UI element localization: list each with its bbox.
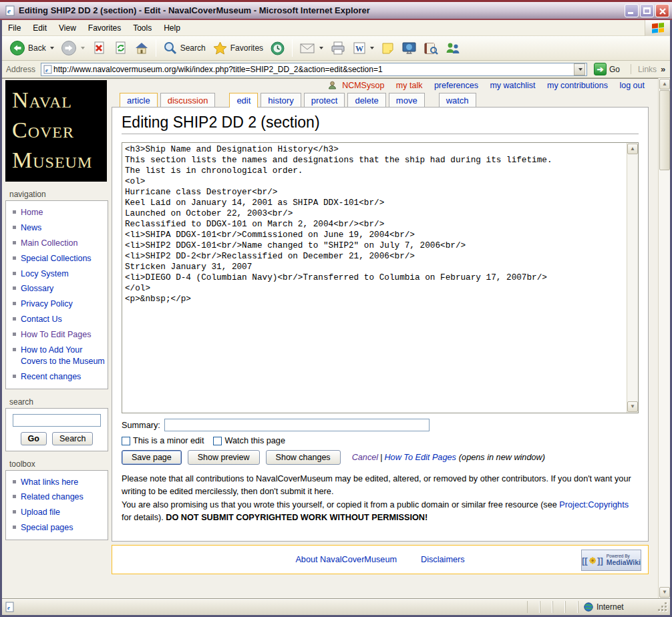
sidebar-link-special-collections[interactable]: Special Collections xyxy=(21,253,92,264)
sidebar-item-privacy-policy[interactable]: Privacy Policy xyxy=(9,296,105,312)
cancel-link[interactable]: Cancel xyxy=(352,453,379,462)
powered-by-mediawiki-badge[interactable]: [[ ]] xyxy=(581,550,641,571)
stop-button[interactable] xyxy=(88,39,110,57)
mail-dropdown-icon[interactable] xyxy=(319,47,323,49)
links-bar[interactable]: Links » xyxy=(631,64,665,74)
word-dropdown-icon[interactable] xyxy=(370,47,374,49)
search-input[interactable] xyxy=(13,414,101,427)
forward-dropdown-icon[interactable] xyxy=(81,47,85,49)
my-watchlist-link[interactable]: my watchlist xyxy=(490,81,535,90)
about-link[interactable]: About NavalCoverMuseum xyxy=(295,555,397,564)
tab-move[interactable]: move xyxy=(389,93,425,107)
back-button[interactable]: Back xyxy=(6,38,57,58)
tab-article[interactable]: article xyxy=(120,93,158,107)
preferences-link[interactable]: preferences xyxy=(434,81,478,90)
address-input[interactable]: e http://www.navalcovermuseum.org/wiki/i… xyxy=(41,63,587,76)
menu-favorites[interactable]: Favorites xyxy=(82,21,127,35)
research-button[interactable] xyxy=(420,39,442,57)
tab-delete[interactable]: delete xyxy=(347,93,385,107)
menu-file[interactable]: File xyxy=(2,21,27,35)
tab-discussion[interactable]: discussion xyxy=(160,93,216,107)
go-button[interactable]: ➔ Go xyxy=(593,62,624,76)
notes-button[interactable] xyxy=(377,39,398,57)
close-button[interactable] xyxy=(655,4,669,17)
search-button[interactable]: Search xyxy=(160,39,209,57)
toolbox-link-what-links-here[interactable]: What links here xyxy=(21,477,78,488)
project-copyrights-link[interactable]: Project:Copyrights xyxy=(559,500,629,509)
links-chevron-icon[interactable]: » xyxy=(661,64,665,74)
sidebar-item-news[interactable]: News xyxy=(9,220,105,236)
scrollbar-thumb[interactable] xyxy=(659,90,670,170)
resize-grip[interactable] xyxy=(658,602,667,612)
title-bar[interactable]: e Editing SHIP2 DD 2 (section) - Edit - … xyxy=(0,0,672,20)
back-dropdown-icon[interactable] xyxy=(50,47,54,49)
user-page-link[interactable]: NCMSysop xyxy=(342,81,384,90)
maximize-button[interactable] xyxy=(640,4,654,17)
scroll-down-icon[interactable]: ▼ xyxy=(659,587,670,598)
sidebar-link-news[interactable]: News xyxy=(21,222,41,234)
tab-edit[interactable]: edit xyxy=(229,93,258,108)
watch-page-label[interactable]: Watch this page xyxy=(224,436,285,445)
history-button[interactable] xyxy=(267,39,289,58)
tab-history[interactable]: history xyxy=(261,93,301,107)
sidebar-link-locy-system[interactable]: Locy System xyxy=(21,268,69,280)
menu-view[interactable]: View xyxy=(53,21,82,35)
textarea-scrollbar[interactable]: ▲ ▼ xyxy=(627,143,638,413)
menu-help[interactable]: Help xyxy=(158,21,186,35)
refresh-button[interactable] xyxy=(110,39,131,57)
sidebar-link-add-covers[interactable]: How to Add Your Covers to the Museum xyxy=(21,345,105,367)
sidebar-item-add-covers[interactable]: How to Add Your Covers to the Museum xyxy=(9,343,105,369)
sidebar-link-main-collection[interactable]: Main Collection xyxy=(21,238,77,249)
sidebar-item-glossary[interactable]: Glossary xyxy=(9,281,105,296)
menu-edit[interactable]: Edit xyxy=(27,21,53,35)
sidebar-item-main-collection[interactable]: Main Collection xyxy=(9,236,105,251)
toolbox-item-upload-file[interactable]: Upload file xyxy=(9,505,105,520)
toolbox-link-upload-file[interactable]: Upload file xyxy=(21,507,60,518)
mail-button[interactable] xyxy=(296,39,327,57)
scroll-down-icon[interactable]: ▼ xyxy=(627,401,638,412)
favorites-button[interactable]: Favorites xyxy=(209,39,267,57)
full-screen-button[interactable] xyxy=(398,39,420,57)
print-button[interactable] xyxy=(327,39,349,57)
watch-page-checkbox[interactable] xyxy=(213,437,222,445)
minor-edit-checkbox[interactable] xyxy=(122,437,130,445)
messenger-button[interactable] xyxy=(442,39,464,57)
log-out-link[interactable]: log out xyxy=(619,81,645,90)
editing-help-link[interactable]: How To Edit Pages xyxy=(384,453,456,462)
menu-tools[interactable]: Tools xyxy=(127,21,158,35)
edit-with-word-button[interactable]: W xyxy=(349,39,377,57)
sidebar-link-recent-changes[interactable]: Recent changes xyxy=(21,371,81,383)
search-go-button[interactable]: Go xyxy=(21,432,47,445)
tab-protect[interactable]: protect xyxy=(304,93,345,107)
window-scrollbar[interactable]: ▲ ▼ xyxy=(658,78,670,598)
site-logo[interactable]: Naval Cover Museum xyxy=(5,80,107,182)
minimize-button[interactable] xyxy=(625,4,639,17)
toolbox-link-related-changes[interactable]: Related changes xyxy=(21,491,83,503)
show-changes-button[interactable]: Show changes xyxy=(266,450,341,465)
scroll-up-icon[interactable]: ▲ xyxy=(627,144,638,154)
sidebar-item-locy-system[interactable]: Locy System xyxy=(9,266,105,282)
sidebar-link-home[interactable]: Home xyxy=(21,207,43,218)
address-dropdown-button[interactable] xyxy=(574,63,585,75)
forward-button[interactable] xyxy=(57,38,88,58)
show-preview-button[interactable]: Show preview xyxy=(188,450,260,465)
sidebar-link-contact-us[interactable]: Contact Us xyxy=(21,314,62,325)
sidebar-item-recent-changes[interactable]: Recent changes xyxy=(9,369,105,385)
toolbox-item-special-pages[interactable]: Special pages xyxy=(9,520,105,536)
sidebar-item-how-to-edit[interactable]: How To Edit Pages xyxy=(9,327,105,343)
summary-input[interactable] xyxy=(164,419,430,431)
minor-edit-label[interactable]: This is a minor edit xyxy=(133,436,204,445)
toolbox-link-special-pages[interactable]: Special pages xyxy=(21,522,73,534)
sidebar-item-special-collections[interactable]: Special Collections xyxy=(9,251,105,266)
sidebar-link-how-to-edit[interactable]: How To Edit Pages xyxy=(21,329,91,341)
home-button[interactable] xyxy=(131,39,152,57)
my-talk-link[interactable]: my talk xyxy=(396,81,423,90)
sidebar-link-glossary[interactable]: Glossary xyxy=(21,283,53,294)
sidebar-item-home[interactable]: Home xyxy=(9,205,105,220)
disclaimers-link[interactable]: Disclaimers xyxy=(421,555,465,564)
toolbox-item-related-changes[interactable]: Related changes xyxy=(9,489,105,505)
save-page-button[interactable]: Save page xyxy=(122,450,182,465)
tab-watch[interactable]: watch xyxy=(439,93,476,107)
my-contributions-link[interactable]: my contributions xyxy=(547,81,608,90)
search-search-button[interactable]: Search xyxy=(52,432,94,445)
